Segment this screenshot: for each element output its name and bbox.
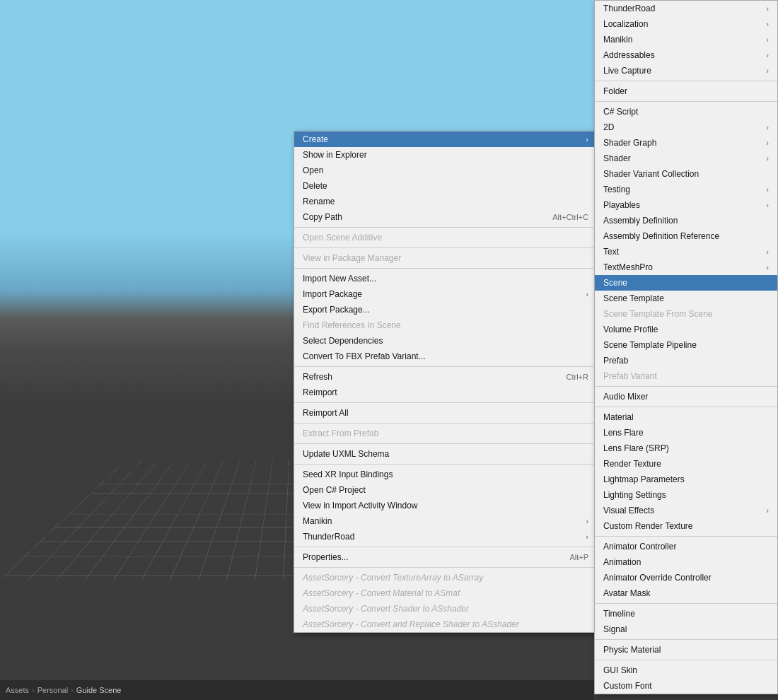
sub-menu-item-arrow: › [766, 247, 769, 256]
menu-item-label: AssetSorcery - Convert and Replace Shade… [303, 619, 519, 629]
sub-menu-item-gui-skin[interactable]: GUI Skin [595, 663, 777, 678]
breadcrumb-assets: Assets [6, 686, 29, 694]
menu-item-update-uxml[interactable]: Update UXML Schema [294, 446, 597, 462]
sub-menu-item-timeline[interactable]: Timeline [595, 606, 777, 622]
sub-menu-item-text[interactable]: Text› [595, 244, 777, 259]
menu-separator [294, 227, 597, 228]
menu-item-label: Open Scene Additive [303, 233, 382, 243]
menu-item-create[interactable]: Create› [294, 132, 597, 147]
menu-item-show-in-explorer[interactable]: Show in Explorer [294, 147, 597, 163]
sub-menu-item-scene[interactable]: Scene [595, 275, 777, 291]
sub-menu-item-addressables[interactable]: Addressables› [595, 47, 777, 63]
sub-menu-item-volume-profile[interactable]: Volume Profile [595, 322, 777, 337]
menu-item-assetsorcery1: AssetSorcery - Convert TextureArray to A… [294, 570, 597, 585]
sub-menu-item-label: Visual Effects [603, 506, 654, 515]
sub-menu-item-label: Text [603, 247, 619, 257]
menu-item-convert-to-fbx[interactable]: Convert To FBX Prefab Variant... [294, 349, 597, 364]
sub-menu-item-folder[interactable]: Folder [595, 83, 777, 99]
menu-item-export-package[interactable]: Export Package... [294, 302, 597, 317]
menu-item-arrow: › [586, 135, 588, 144]
menu-item-label: ThunderRoad [303, 532, 354, 542]
sub-menu-item-label: Assembly Definition [603, 216, 678, 226]
sub-menu-item-label: Lighting Settings [603, 490, 666, 500]
sub-menu-item-playables[interactable]: Playables› [595, 197, 777, 213]
sub-menu-item-physic-material[interactable]: Physic Material [595, 642, 777, 658]
sub-menu-item-2d[interactable]: 2D› [595, 119, 777, 135]
menu-item-delete[interactable]: Delete [294, 178, 597, 194]
sub-menu-item-material[interactable]: Material [595, 409, 777, 425]
menu-item-label: Reimport All [303, 408, 349, 418]
sub-menu-item-label: Localization [603, 19, 648, 29]
sub-menu-item-signal[interactable]: Signal [595, 622, 777, 637]
sub-menu-item-arrow: › [766, 185, 769, 194]
sub-menu-item-arrow: › [766, 35, 769, 44]
sub-menu-item-animator-override-controller[interactable]: Animator Override Controller [595, 570, 777, 585]
sub-menu-item-manikin[interactable]: Manikin› [595, 32, 777, 47]
menu-item-label: Copy Path [303, 212, 342, 222]
sub-menu-item-visual-effects[interactable]: Visual Effects› [595, 503, 777, 518]
sub-menu-separator [595, 386, 777, 387]
menu-item-label: Create [303, 134, 328, 144]
menu-item-properties[interactable]: Properties...Alt+P [294, 549, 597, 565]
menu-item-assetsorcery3: AssetSorcery - Convert Shader to ASshade… [294, 601, 597, 617]
menu-item-seed-xr[interactable]: Seed XR Input Bindings [294, 467, 597, 482]
menu-item-rename[interactable]: Rename [294, 194, 597, 209]
menu-item-import-package[interactable]: Import Package› [294, 286, 597, 302]
menu-item-manikin[interactable]: Manikin› [294, 513, 597, 529]
sub-menu-item-lightmap-parameters[interactable]: Lightmap Parameters [595, 472, 777, 487]
menu-item-open-csharp[interactable]: Open C# Project [294, 482, 597, 498]
sub-menu-item-thunderroad[interactable]: ThunderRoad› [595, 1, 777, 16]
menu-item-thunderroad[interactable]: ThunderRoad› [294, 529, 597, 544]
sub-menu-item-avatar-mask[interactable]: Avatar Mask [595, 585, 777, 601]
sub-menu-item-arrow: › [766, 123, 769, 132]
sub-menu-item-assembly-definition[interactable]: Assembly Definition [595, 213, 777, 228]
sub-menu-item-label: Material [603, 412, 634, 422]
menu-item-shortcut: Alt+Ctrl+C [552, 213, 588, 221]
sub-menu-item-lens-flare[interactable]: Lens Flare [595, 425, 777, 441]
sub-menu-item-animator-controller[interactable]: Animator Controller [595, 539, 777, 554]
menu-item-view-import-activity[interactable]: View in Import Activity Window [294, 498, 597, 513]
sub-menu-item-animation[interactable]: Animation [595, 554, 777, 570]
sub-menu-item-scene-template-pipeline[interactable]: Scene Template Pipeline [595, 337, 777, 353]
menu-item-label: Refresh [303, 372, 332, 382]
sub-menu-item-testing[interactable]: Testing› [595, 182, 777, 197]
sub-menu-item-lens-flare-srp[interactable]: Lens Flare (SRP) [595, 441, 777, 456]
sub-menu-item-label: Audio Mixer [603, 392, 648, 402]
sub-menu-item-localization[interactable]: Localization› [595, 16, 777, 32]
sub-menu-separator [595, 660, 777, 660]
sub-menu-separator [595, 101, 777, 102]
sub-menu-item-label: Animation [603, 557, 641, 567]
sub-menu-item-shader[interactable]: Shader› [595, 151, 777, 166]
menu-item-arrow: › [586, 290, 588, 298]
menu-item-label: Export Package... [303, 305, 370, 315]
sub-menu-item-custom-render-texture[interactable]: Custom Render Texture [595, 518, 777, 534]
sub-menu-item-textmeshpro[interactable]: TextMeshPro› [595, 259, 777, 275]
sub-menu-item-shader-variant-collection[interactable]: Shader Variant Collection [595, 166, 777, 182]
sub-menu-item-live-capture[interactable]: Live Capture› [595, 63, 777, 78]
menu-item-import-new-asset[interactable]: Import New Asset... [294, 271, 597, 286]
sub-menu-item-audio-mixer[interactable]: Audio Mixer [595, 389, 777, 404]
sub-menu-item-label: Avatar Mask [603, 588, 650, 598]
sub-menu-item-scene-template-from-scene: Scene Template From Scene [595, 306, 777, 322]
sub-menu-item-shader-graph[interactable]: Shader Graph› [595, 135, 777, 151]
menu-item-reimport-all[interactable]: Reimport All [294, 405, 597, 421]
sub-menu-item-scene-template[interactable]: Scene Template [595, 291, 777, 306]
sub-menu-item-label: Manikin [603, 35, 632, 45]
sub-menu-item-custom-font[interactable]: Custom Font [595, 678, 777, 694]
sub-menu-item-label: Custom Render Texture [603, 521, 693, 531]
sub-menu-item-assembly-definition-reference[interactable]: Assembly Definition Reference [595, 228, 777, 244]
menu-item-open[interactable]: Open [294, 163, 597, 178]
menu-item-refresh[interactable]: RefreshCtrl+R [294, 369, 597, 385]
menu-item-reimport[interactable]: Reimport [294, 385, 597, 400]
menu-item-copy-path[interactable]: Copy PathAlt+Ctrl+C [294, 209, 597, 225]
sub-menu-item-prefab[interactable]: Prefab [595, 353, 777, 368]
menu-item-extract-from-prefab: Extract From Prefab [294, 426, 597, 441]
menu-item-select-dependencies[interactable]: Select Dependencies [294, 333, 597, 349]
sub-menu-item-csharp-script[interactable]: C# Script [595, 104, 777, 119]
sub-menu-item-lighting-settings[interactable]: Lighting Settings [595, 487, 777, 503]
sub-menu-item-arrow: › [766, 20, 769, 28]
menu-separator [294, 247, 597, 248]
sub-menu-item-arrow: › [766, 154, 769, 163]
sub-menu-item-arrow: › [766, 51, 769, 59]
sub-menu-item-render-texture[interactable]: Render Texture [595, 456, 777, 472]
